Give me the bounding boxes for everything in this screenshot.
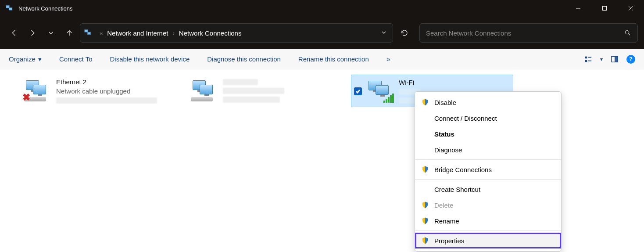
up-button[interactable] [61,25,77,41]
chevron-right-icon: › [170,30,177,36]
svg-point-9 [626,31,629,34]
back-button[interactable] [6,25,22,41]
ctx-diagnose[interactable]: Diagnose [415,142,561,158]
search-input[interactable] [426,29,624,37]
maximize-button[interactable] [591,0,618,17]
ctx-rename[interactable]: Rename [415,213,561,229]
chevron-down-icon[interactable]: ▾ [600,56,603,62]
adapter-icon [364,78,394,104]
adapter-icon [188,77,218,104]
shield-icon [421,237,429,245]
ctx-label: Bridge Connections [434,166,555,173]
ctx-disable[interactable]: Disable [415,94,561,110]
ctx-status[interactable]: Status [415,126,561,142]
adapter-status-redacted [223,88,284,94]
recent-locations-button[interactable] [43,25,59,41]
adapter-status: Network cable unplugged [56,87,157,95]
ctx-label: Create Shortcut [434,186,555,193]
ctx-label: Disable [434,99,555,106]
location-icon [84,28,93,38]
breadcrumb-seg-1[interactable]: Network and Internet [107,29,168,37]
command-bar: Organize ▾ Connect To Disable this netwo… [0,49,644,69]
context-menu: Disable Connect / Disconnect Status Diag… [415,91,562,252]
ctx-separator [415,159,561,160]
shield-icon [421,217,429,225]
ctx-connect-disconnect[interactable]: Connect / Disconnect [415,110,561,126]
ctx-label: Diagnose [434,146,555,154]
svg-rect-13 [588,57,591,58]
connect-to-button[interactable]: Connect To [59,55,93,63]
svg-rect-12 [585,60,587,62]
search-box[interactable] [419,23,638,43]
ctx-separator [415,230,561,231]
svg-rect-1 [9,7,12,10]
minimize-button[interactable] [565,0,591,17]
adapter-item-generic[interactable] [184,75,347,107]
rename-label: Rename this connection [298,55,369,63]
rename-connection-button[interactable]: Rename this connection [298,55,369,63]
svg-line-10 [629,34,630,35]
ctx-separator [415,179,561,180]
window-title: Network Connections [18,5,73,12]
ctx-label: Status [434,130,555,138]
svg-rect-7 [85,30,88,32]
svg-rect-11 [585,56,587,58]
selection-check-icon [354,87,362,95]
refresh-button[interactable] [396,24,413,42]
ctx-label: Rename [434,217,555,225]
organize-button[interactable]: Organize ▾ [9,55,42,63]
diagnose-connection-button[interactable]: Diagnose this connection [207,55,281,63]
adapter-item-ethernet[interactable]: ✖ Ethernet 2 Network cable unplugged [18,75,180,107]
close-button[interactable] [618,0,644,17]
svg-rect-17 [615,56,618,62]
ctx-label: Delete [434,202,555,209]
ctx-bridge[interactable]: Bridge Connections [415,162,561,177]
preview-pane-button[interactable] [611,55,619,63]
navbar: « Network and Internet › Network Connect… [0,17,644,49]
connect-to-label: Connect To [59,55,93,63]
ctx-label: Properties [434,237,555,245]
ctx-properties[interactable]: Properties [415,233,561,248]
adapter-name: Wi-Fi [399,79,421,86]
shield-icon [421,166,429,173]
breadcrumb-seg-2[interactable]: Network Connections [179,29,242,37]
app-icon [5,4,14,13]
address-history-button[interactable] [380,29,389,37]
shield-icon [421,201,429,209]
adapter-detail-redacted [223,97,280,103]
breadcrumb-root-chevron[interactable]: « [97,30,105,36]
adapter-name-redacted [223,79,258,85]
ctx-delete: Delete [415,197,561,213]
address-bar[interactable]: « Network and Internet › Network Connect… [80,23,393,43]
ctx-label: Connect / Disconnect [434,115,555,122]
adapter-icon: ✖ [21,77,52,104]
adapter-name: Ethernet 2 [56,78,157,86]
disable-device-button[interactable]: Disable this network device [110,55,190,63]
organize-label: Organize [9,55,36,63]
diagnose-label: Diagnose this connection [207,55,281,63]
adapter-detail-redacted [56,97,157,104]
overflow-button[interactable]: » [386,55,390,63]
titlebar: Network Connections [0,0,644,17]
help-button[interactable]: ? [626,55,635,64]
ctx-create-shortcut[interactable]: Create Shortcut [415,181,561,197]
forward-button[interactable] [25,25,40,41]
disable-device-label: Disable this network device [110,55,190,63]
search-icon [624,29,631,36]
shield-icon [421,98,429,106]
svg-rect-14 [588,60,591,61]
view-options-button[interactable] [584,55,592,63]
svg-rect-3 [603,7,607,11]
svg-rect-8 [87,32,90,35]
chevron-down-icon: ▾ [38,55,42,63]
